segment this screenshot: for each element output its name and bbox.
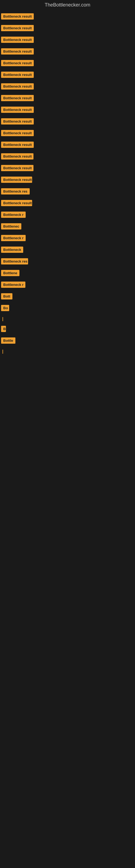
list-item: Bottleneck result xyxy=(0,93,135,104)
list-item: Bottleneck result xyxy=(0,46,135,58)
bottleneck-result-badge: Bottleneck result xyxy=(1,95,34,101)
list-item: Bottleneck result xyxy=(0,69,135,81)
bottleneck-result-badge: Bottleneck result xyxy=(1,25,34,31)
list-item: Bottleneck r xyxy=(0,233,135,244)
bottleneck-result-badge: Bo xyxy=(1,305,9,311)
list-item: Bottleneck xyxy=(0,244,135,256)
list-item: Bottlenec xyxy=(0,221,135,233)
list-item: Bottleneck result xyxy=(0,11,135,23)
list-item: Bottleneck result xyxy=(0,175,135,186)
list-item: Bottleneck res xyxy=(0,186,135,198)
site-title: TheBottlenecker.com xyxy=(0,0,135,11)
separator: | xyxy=(1,316,3,321)
list-item: Bottleneck result xyxy=(0,23,135,34)
bottleneck-result-badge: Bottleneck res xyxy=(1,188,30,194)
list-item xyxy=(0,373,135,378)
bottleneck-result-badge: Bottleneck result xyxy=(1,83,34,90)
bottleneck-result-badge: Bottle xyxy=(1,337,15,344)
list-item: | xyxy=(0,314,135,323)
list-item: | xyxy=(0,347,135,356)
bottleneck-result-badge: Bottleneck result xyxy=(1,13,34,20)
list-item: Bottleneck result xyxy=(0,128,135,140)
list-item: Bottleneck result xyxy=(0,58,135,69)
list-item: Bottleneck result xyxy=(0,198,135,209)
list-item: Bottleneck result xyxy=(0,104,135,116)
bottleneck-result-badge: B xyxy=(1,326,6,332)
bottleneck-result-badge: Bottleneck xyxy=(1,247,23,253)
bottleneck-result-badge: Bottleneck result xyxy=(1,48,34,55)
list-item xyxy=(0,378,135,382)
bottleneck-result-badge: Bottleneck result xyxy=(1,37,34,43)
list-item xyxy=(0,365,135,369)
list-item: Bottleneck res xyxy=(0,256,135,268)
bottleneck-result-badge: Bottleneck result xyxy=(1,130,34,136)
list-item: Bottleneck r xyxy=(0,279,135,291)
bottleneck-result-badge: Bott xyxy=(1,293,12,300)
list-item: Bottleneck result xyxy=(0,151,135,163)
list-item xyxy=(0,369,135,373)
list-item: Bottle xyxy=(0,335,135,347)
list-item: Bottleneck result xyxy=(0,116,135,128)
list-item: Bo xyxy=(0,303,135,314)
list-item: Bottleneck result xyxy=(0,140,135,151)
list-item: Bottleneck result xyxy=(0,81,135,93)
bottleneck-result-badge: Bottlene xyxy=(1,270,19,276)
bottleneck-result-badge: Bottleneck result xyxy=(1,60,34,66)
bottleneck-result-badge: Bottleneck result xyxy=(1,106,34,113)
list-item xyxy=(0,361,135,365)
list-item: Bott xyxy=(0,291,135,303)
bottleneck-result-badge: Bottleneck result xyxy=(1,177,32,183)
bottleneck-result-badge: Bottleneck result xyxy=(1,142,34,148)
bottleneck-result-badge: Bottleneck r xyxy=(1,282,26,288)
list-item: Bottleneck r xyxy=(0,209,135,221)
list-item xyxy=(0,356,135,361)
bottleneck-result-badge: Bottleneck result xyxy=(1,165,34,171)
separator: | xyxy=(1,349,3,354)
bottleneck-result-badge: Bottleneck result xyxy=(1,118,34,124)
bottleneck-result-badge: Bottleneck result xyxy=(1,72,34,78)
list-item: Bottleneck result xyxy=(0,163,135,175)
bottleneck-result-badge: Bottleneck result xyxy=(1,200,32,206)
bottleneck-result-badge: Bottleneck result xyxy=(1,153,34,159)
list-item: B xyxy=(0,323,135,335)
list-item: Bottlene xyxy=(0,268,135,279)
list-item: Bottleneck result xyxy=(0,34,135,46)
bottleneck-result-badge: Bottleneck r xyxy=(1,235,26,241)
bottleneck-result-badge: Bottlenec xyxy=(1,223,21,229)
bottleneck-result-badge: Bottleneck r xyxy=(1,212,26,218)
bottleneck-result-badge: Bottleneck res xyxy=(1,258,28,265)
